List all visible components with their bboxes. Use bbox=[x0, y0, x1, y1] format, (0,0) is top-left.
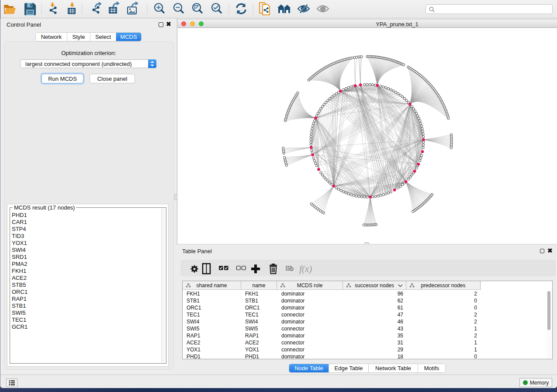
svg-text:f(x): f(x) bbox=[299, 264, 312, 274]
